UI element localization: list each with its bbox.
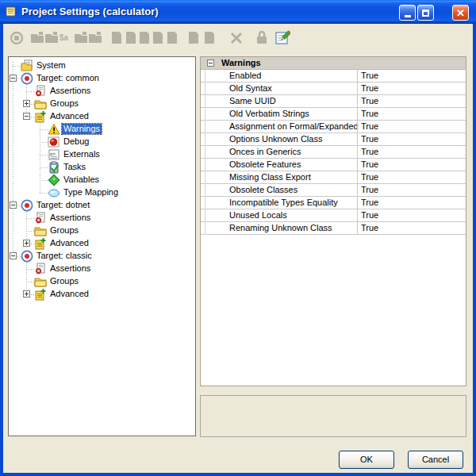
tree-item-label[interactable]: Assertions xyxy=(48,86,92,96)
expand-icon[interactable] xyxy=(23,290,30,298)
tree-connector-line xyxy=(40,142,48,143)
lock-icon[interactable] xyxy=(254,29,270,45)
tree-item-target-common[interactable]: Target: common xyxy=(9,72,195,85)
add-target-icon[interactable] xyxy=(9,29,25,45)
property-row-missing-class-export[interactable]: Missing Class ExportTrue xyxy=(201,171,466,184)
tree-item-type-mapping[interactable]: Type Mapping xyxy=(9,186,195,199)
property-value[interactable]: True xyxy=(361,159,378,169)
variables-icon xyxy=(48,174,60,186)
property-row-enabled[interactable]: EnabledTrue xyxy=(201,70,466,83)
property-row-same-uuid[interactable]: Same UUIDTrue xyxy=(201,95,466,108)
tree-item-label[interactable]: Groups xyxy=(48,225,80,236)
property-value[interactable]: True xyxy=(361,96,378,106)
tree-item-advanced[interactable]: Advanced xyxy=(9,288,195,301)
property-value[interactable]: True xyxy=(361,198,378,207)
tree-item-label[interactable]: Advanced xyxy=(48,238,90,248)
rename-icon[interactable]: $a xyxy=(58,29,74,45)
duplicate-icon[interactable] xyxy=(186,29,202,45)
tree-item-label[interactable]: System xyxy=(35,60,67,71)
tree-item-target-classic[interactable]: Target: classic xyxy=(9,250,195,263)
paste-icon[interactable] xyxy=(202,29,217,45)
add-override-icon[interactable] xyxy=(44,29,60,45)
tree-item-assertions[interactable]: Assertions xyxy=(9,212,195,225)
tree-item-assertions[interactable]: Assertions xyxy=(9,85,195,98)
property-row-unused-locals[interactable]: Unused LocalsTrue xyxy=(201,209,466,222)
tree-item-label[interactable]: Assertions xyxy=(48,213,92,223)
tree-item-tasks[interactable]: Tasks xyxy=(9,161,195,174)
property-value[interactable]: True xyxy=(361,71,378,80)
property-value[interactable]: True xyxy=(361,109,378,118)
tree-item-externals[interactable]: c=Externals xyxy=(9,148,195,161)
tree-item-assertions[interactable]: Assertions xyxy=(9,263,195,275)
maximize-button[interactable] xyxy=(417,5,434,21)
tree-item-label[interactable]: Externals xyxy=(62,149,102,159)
collapse-icon[interactable] xyxy=(23,113,30,120)
minimize-button[interactable] xyxy=(399,5,416,21)
close-button[interactable]: ✕ xyxy=(452,5,469,21)
tree-item-warnings[interactable]: Warnings xyxy=(9,123,195,136)
advanced-icon xyxy=(34,288,47,301)
tree-item-label[interactable]: Target: dotnet xyxy=(35,200,91,210)
property-row-obsolete-features[interactable]: Obsolete FeaturesTrue xyxy=(201,159,466,171)
tree-item-label[interactable]: Variables xyxy=(62,175,101,185)
property-row-old-verbatim-strings[interactable]: Old Verbatim StringsTrue xyxy=(201,108,466,121)
property-row-assignment-on-formal-expanded[interactable]: Assignment on Formal/ExpandedTrue xyxy=(201,121,466,133)
grid-group-header[interactable]: Warnings xyxy=(201,57,466,70)
tree-item-groups[interactable]: Groups xyxy=(9,275,195,288)
expand-icon[interactable] xyxy=(23,100,30,107)
grid-column-divider[interactable] xyxy=(357,70,358,235)
tree-item-label[interactable]: Target: classic xyxy=(35,251,94,261)
property-value[interactable]: True xyxy=(361,121,378,131)
property-row-onces-in-generics[interactable]: Onces in GenericsTrue xyxy=(201,146,466,159)
tree-item-label[interactable]: Advanced xyxy=(48,289,90,299)
collapse-icon[interactable] xyxy=(10,252,17,259)
tree-item-label[interactable]: Advanced xyxy=(48,111,90,121)
property-grid[interactable]: Warnings EnabledTrueOld SyntaxTrueSame U… xyxy=(200,56,466,386)
property-value[interactable]: True xyxy=(361,134,378,144)
property-value[interactable]: True xyxy=(361,172,378,182)
tree-item-label[interactable]: Groups xyxy=(48,276,80,286)
property-row-options-unknown-class[interactable]: Options Unknown ClassTrue xyxy=(201,133,466,146)
tree-item-groups[interactable]: Groups xyxy=(9,225,195,237)
add-mapping-icon[interactable] xyxy=(164,29,180,45)
tree-item-label[interactable]: Groups xyxy=(48,98,80,109)
titlebar[interactable]: Project Settings (calculator) ✕ xyxy=(0,0,476,24)
tree-item-label[interactable]: Debug xyxy=(62,136,90,147)
tree-item-debug[interactable]: Debug xyxy=(9,136,195,148)
add-cluster-icon[interactable] xyxy=(29,29,45,45)
settings-tree[interactable]: SystemTarget: commonAssertionsGroupsAdva… xyxy=(8,56,196,436)
property-row-incompatible-types-equality[interactable]: Incompatible Types EqualityTrue xyxy=(201,197,466,209)
add-assembly-icon[interactable] xyxy=(87,29,103,45)
collapse-group-icon[interactable] xyxy=(207,60,214,67)
add-variable-icon[interactable] xyxy=(150,29,166,45)
tree-item-advanced[interactable]: Advanced xyxy=(9,237,195,250)
property-value[interactable]: True xyxy=(361,210,378,220)
property-row-renaming-unknown-class[interactable]: Renaming Unknown ClassTrue xyxy=(201,222,466,235)
remove-icon[interactable] xyxy=(228,29,244,45)
tree-item-advanced[interactable]: Advanced xyxy=(9,110,195,123)
add-precompile-icon[interactable] xyxy=(109,29,125,45)
tree-item-label[interactable]: Type Mapping xyxy=(62,187,120,198)
property-value[interactable]: True xyxy=(361,83,378,93)
ok-button[interactable]: OK xyxy=(339,451,394,469)
tree-item-label[interactable]: Tasks xyxy=(62,162,87,172)
collapse-icon[interactable] xyxy=(10,75,17,82)
cancel-button[interactable]: Cancel xyxy=(408,451,463,469)
collapse-icon[interactable] xyxy=(10,202,17,209)
property-value[interactable]: True xyxy=(361,223,378,232)
tree-item-label[interactable]: Assertions xyxy=(48,263,92,274)
tree-item-target-dotnet[interactable]: Target: dotnet xyxy=(9,199,195,212)
tree-item-variables[interactable]: Variables xyxy=(9,174,195,186)
tree-item-system[interactable]: System xyxy=(9,60,195,72)
property-row-old-syntax[interactable]: Old SyntaxTrue xyxy=(201,83,466,95)
tree-item-label[interactable]: Warnings xyxy=(62,124,102,134)
expand-icon[interactable] xyxy=(23,240,30,247)
tree-item-label[interactable]: Target: common xyxy=(35,73,101,83)
add-library-icon[interactable] xyxy=(73,29,89,45)
property-name: Renaming Unknown Class xyxy=(229,223,332,232)
property-value[interactable]: True xyxy=(361,147,378,156)
property-value[interactable]: True xyxy=(361,185,378,194)
edit-icon[interactable] xyxy=(274,29,290,45)
tree-item-groups[interactable]: Groups xyxy=(9,98,195,110)
property-row-obsolete-classes[interactable]: Obsolete ClassesTrue xyxy=(201,184,466,197)
